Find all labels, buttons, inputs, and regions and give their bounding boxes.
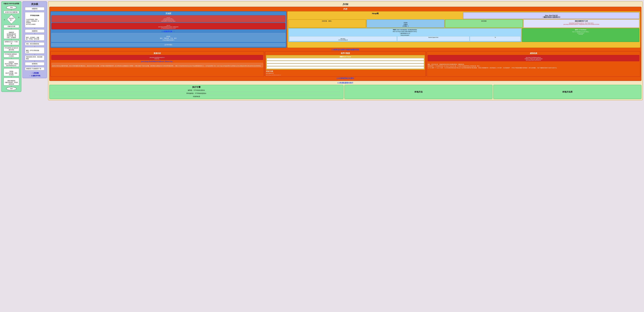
memory-section: 内存 方法区 Full GC -XX:PermSize=64M ~ XX:Max… — [49, 7, 642, 81]
full-gc-box1: Full GC -XX:PermSize=64M ~ XX:MaxPermSiz… — [51, 15, 286, 23]
flow-mem-alloc-title: 对象内存分配 — [4, 25, 19, 28]
method-area: 方法区 Full GC -XX:PermSize=64M ~ XX:MaxPer… — [50, 11, 286, 48]
direct-error: java.lang.OutOfMemoryError: Direct by... — [51, 55, 263, 60]
stack-frame: 栈帧Stack Frame 局部变量表：基本类型变量、引用 操作数：机器指令执行… — [266, 55, 425, 70]
cl-phase-verify: 验证：文件格式、元数 据、字节码、符号引用 — [25, 35, 44, 41]
arrow2-label: ← 2.读取字节码 — [29, 75, 40, 77]
no-label: 否 — [4, 19, 5, 21]
xms-box: -Xms -Xmx /Full GC 一般是内存的1/4,固定堆大小 — [463, 12, 639, 19]
native-lib: 本地方法库 — [493, 85, 642, 99]
lifecycle-panel: 对象在JVM中生命周期 开始 jvm执行new 创建对象 类是否加载？ 否 是 … — [1, 1, 21, 92]
direct-content: 从Direct Memory分配内存失败，Direct Buffer对象不是分配… — [51, 63, 263, 67]
local-stack-label: 本地方法栈 — [266, 70, 425, 72]
edn-box: Edn:S0s1 -XX:SurvivoRatio=8 — [289, 36, 397, 41]
young-gen-inner: Edn:S0s1 -XX:SurvivoRatio=8 Survivo Spac… — [289, 36, 521, 41]
virtual-stack: 虚拟机栈 java.lang.OutOfMemoryError: unable … — [426, 51, 640, 77]
sf-item-1: 局部变量表：基本类型变量、引用 — [267, 58, 424, 61]
flow-free: 重新分配阶段 对象垃圾清理，空间回 收和利用 — [4, 78, 19, 86]
exec-item-2: 即时编译器：字节码转机器指令 — [50, 92, 342, 94]
sf-item-2: 操作数：机器指令执行时，存取数据 — [267, 61, 424, 63]
cl-phase-resolve: 解析：符号引用转直接 引用 — [25, 47, 44, 54]
classload-panel: 类加载 加载阶段 字节码交付结构 Jvm自带加载器：继加 加载器、扩展加载器、应… — [22, 1, 47, 78]
flow-not-visible: 不可见阶段 使用结束，方法退出 — [4, 53, 19, 58]
static-var: 静态变量 — [445, 20, 523, 28]
to-box: To — [470, 36, 521, 41]
runtime-pool-box: 运行时常量池 — [51, 43, 286, 46]
heap-items-row: 实例对象 （数组） 字符串 常量池 (JVM唯一) 静态变量 线程分配缓冲区 T… — [288, 20, 639, 28]
method-area-title: 方法区 — [51, 12, 286, 15]
arrow-create-label: 1.1创建类对象 → — [51, 30, 286, 33]
heap-section: Heap堆 -Xms -Xmx /Full GC 一般是内存的1/4,固定堆大小… — [287, 11, 640, 48]
cl-phase-init: 初始化阶段 类init、静态变量赋值 — [25, 55, 44, 60]
direct-memory: 直接内存 java.lang.OutOfMemoryError: Direct … — [50, 51, 264, 77]
cl-phase-load: 加载阶段 — [25, 7, 44, 10]
old-gen: 老年代 -XX:NewRatio Major GC其时是MinorGC的10倍以… — [522, 28, 639, 42]
virtual-error: java.lang.OutOfMemoryError: unable to cr… — [428, 55, 639, 61]
cl-phase-use: 使用阶段 — [25, 62, 44, 65]
main-container: 对象在JVM中生命周期 开始 jvm执行new 创建对象 类是否加载？ 否 是 … — [0, 0, 644, 102]
young-gen: 年轻代 -Xmn /-XX:NewSize -XX:MaxNewSize Min… — [288, 28, 522, 42]
cl-phase-unload: 卸载阶段 只全触载用户 类 — [25, 67, 44, 70]
flow-not-reachable: 不可达阶段 运行超出对象作用域 — [4, 47, 19, 51]
native-method: 本地方法 — [344, 85, 492, 99]
survivor-from-box: Survivo Space From — [397, 36, 470, 41]
yes-label: 是 — [18, 17, 20, 18]
bottom-memory-row: 直接内存 java.lang.OutOfMemoryError: Direct … — [50, 51, 640, 77]
jvm-panel: JVM 内存 方法区 Full GC -XX:PermSize=64M ~ XX… — [48, 1, 643, 100]
flow-use-phase: 使用阶段 至少一个强引用 — [4, 40, 19, 45]
flow-create-phase: 创建阶段 给对象分配内存 初始化对象、指 针锁、父对象类 — [4, 29, 19, 39]
exec-item-1: 解释器：字节码转机器指令 — [50, 89, 342, 91]
arrow1-label: ← 1.类加载 — [31, 72, 38, 74]
arrow23-row: 2.3程序运行过程中对象的创建和回收 — [50, 49, 640, 51]
tlab-area: 线程分配缓冲区 TLAB java.lang.OutOfMemoryError:… — [524, 20, 639, 28]
oom-error-note: java.lang.OutOfMemoryError: — [266, 75, 425, 76]
heap-top-right: Heap堆 -Xms -Xmx /Full GC 一般是内存的1/4,固定堆大小 — [288, 12, 639, 19]
flow-wait-gc: 待回收 标记可达对象，等待 GC回收 — [4, 68, 19, 76]
memory-top-row: 方法区 Full GC -XX:PermSize=64M ~ XX:MaxPer… — [50, 11, 640, 48]
memory-title: 内存 — [50, 8, 640, 11]
flow-end: 结束 — [6, 87, 16, 90]
classload-title: 类加载 — [31, 3, 38, 6]
virtual-content: 栈桢：记录活动记录，是编译器用来实现过程/函数调用的一种数据结构。 线程每调用一… — [428, 62, 639, 69]
arrow22-label: 2.2记录程序执行位置行 — [50, 77, 640, 80]
generations: 年轻代 -Xmn /-XX:NewSize -XX:MaxNewSize Min… — [288, 28, 639, 42]
flow-start: 开始 — [6, 6, 16, 9]
exec-row: 执行引擎 解释器：字节码转机器指令 即时编译器：字节码转机器指令 垃圾回收器 本… — [49, 85, 642, 99]
class-info-box: 类信息 版本、常量池表、方法、接口 （Class对象存在堆中） — [51, 33, 286, 42]
cl-phase-prepare: 准备：静态变量赋初值 — [25, 42, 44, 46]
lifecycle-title: 对象在JVM中生命周期 — [4, 3, 19, 5]
string-pool: 字符串 常量池 (JVM唯一) — [366, 20, 444, 28]
exec-engine: 执行引擎 解释器：字节码转机器指令 即时编译器：字节码转机器指令 垃圾回收器 — [49, 85, 344, 99]
cl-phase-byte: 字节码交付结构 Jvm自带加载器：继加 加载器、扩展加载器、应 用加载器 用户自… — [25, 12, 44, 28]
instance-obj: 实例对象 （数组） — [288, 20, 366, 28]
jvm-title: JVM — [49, 3, 642, 6]
exec-item-3: 垃圾回收器 — [50, 96, 342, 98]
sf-item-3: 动态连接：方法调用 — [267, 64, 424, 66]
prog-counter: 程序计数器 栈帧Stack Frame 局部变量表：基本类型变量、引用 操作数：… — [265, 51, 426, 77]
flow-collect: 收集阶段 标记可达对象，可重用 执行finalize()方法 — [4, 59, 19, 67]
cl-phase-connect: 连接阶段 — [25, 29, 44, 33]
flow-diamond-class-loaded: 类是否加载？ — [7, 15, 16, 24]
flow-jvm-new: jvm执行new 创建对象 — [4, 11, 19, 14]
arrow21-label: 2.1转成机器指令执行 — [49, 82, 642, 84]
heap-title-area: Heap堆 — [288, 12, 462, 19]
sf-item-4: 返回地址：方法返回指令或者异常 — [267, 66, 424, 69]
native-method-note: 运行native方法 — [266, 73, 425, 74]
direct-label: java.lang.OutOfMemoryError: Direct by... — [51, 61, 263, 62]
full-gc-box2: Full GC java.lang.OutOfMemoryError: Meta… — [51, 23, 286, 29]
